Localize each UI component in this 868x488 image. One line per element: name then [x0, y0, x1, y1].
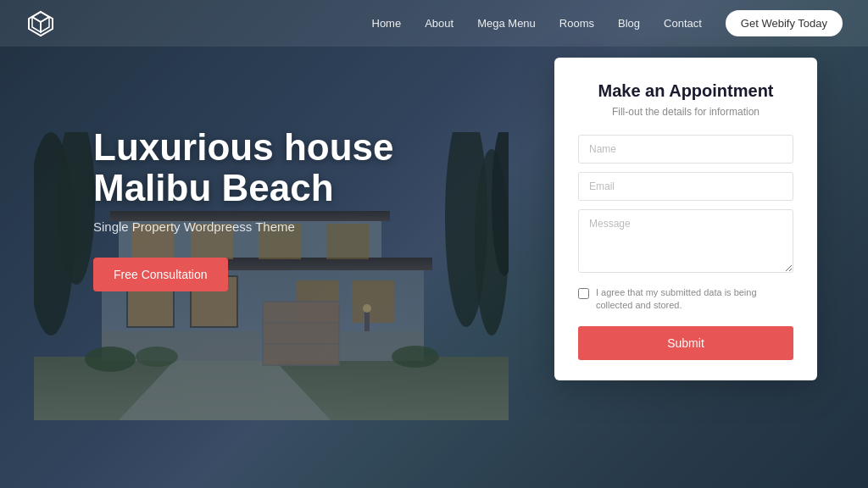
appointment-subtitle: Fill-out the details for information [578, 106, 793, 118]
nav-home[interactable]: Home [372, 17, 402, 30]
hero-title: Luxurious house Malibu Beach [93, 127, 393, 209]
navbar: Home About Mega Menu Rooms Blog Contact … [0, 0, 868, 47]
svg-marker-35 [32, 17, 41, 32]
free-consultation-button[interactable]: Free Consultation [93, 258, 228, 291]
name-field-group [578, 135, 793, 164]
brand-icon [25, 8, 56, 39]
nav-about[interactable]: About [425, 17, 453, 30]
message-field-group [578, 209, 793, 276]
nav-rooms[interactable]: Rooms [559, 17, 594, 30]
hero-title-line2: Malibu Beach [93, 167, 334, 208]
logo[interactable] [25, 8, 56, 39]
email-input[interactable] [578, 172, 793, 201]
nav-links: Home About Mega Menu Rooms Blog Contact … [372, 10, 843, 36]
svg-marker-33 [32, 12, 49, 22]
agreement-checkbox[interactable] [578, 288, 589, 299]
hero-content: Luxurious house Malibu Beach Single Prop… [93, 127, 393, 291]
appointment-title: Make an Appointment [578, 81, 793, 101]
name-input[interactable] [578, 135, 793, 164]
hero-title-line1: Luxurious house [93, 126, 393, 168]
svg-marker-34 [41, 17, 49, 32]
nav-contact[interactable]: Contact [664, 17, 702, 30]
appointment-card: Make an Appointment Fill-out the details… [554, 58, 817, 380]
submit-button[interactable]: Submit [578, 326, 793, 360]
email-field-group [578, 172, 793, 201]
nav-mega-menu[interactable]: Mega Menu [477, 17, 536, 30]
get-webify-button[interactable]: Get Webify Today [726, 10, 843, 36]
checkbox-row: I agree that my submitted data is being … [578, 286, 793, 313]
hero-subtitle: Single Property Wordpreess Theme [93, 219, 393, 234]
message-textarea[interactable] [578, 209, 793, 273]
agreement-label: I agree that my submitted data is being … [596, 286, 793, 313]
nav-blog[interactable]: Blog [618, 17, 640, 30]
